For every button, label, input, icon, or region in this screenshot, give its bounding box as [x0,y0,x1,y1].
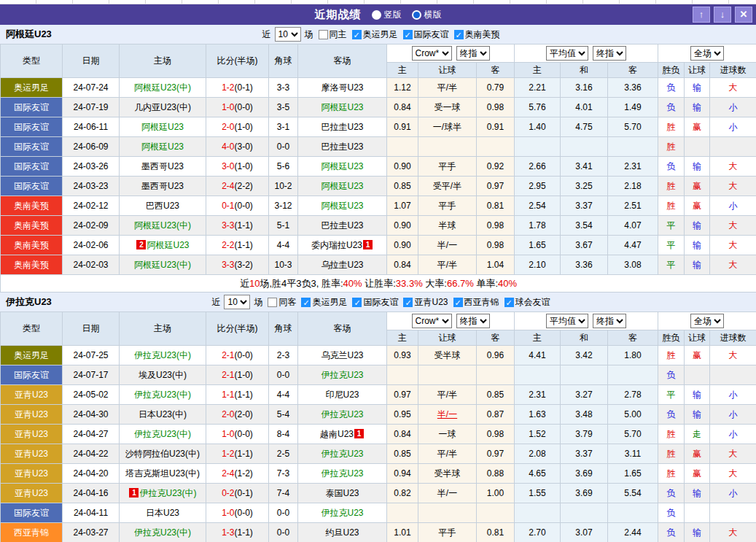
team-link[interactable]: 阿根廷U23 [321,181,363,191]
team-link[interactable]: 越南U23 [320,429,354,439]
avg-select[interactable]: 平均值 [546,314,588,328]
fulltime-score-link[interactable]: 3-3 [222,260,234,270]
odds-handicap: 平手 [418,157,477,177]
scope-select[interactable]: 全场 [690,46,724,61]
same-venue-checkbox[interactable]: 同客 [268,296,296,309]
avg-select[interactable]: 平均值 [546,46,588,61]
odds-time-select[interactable]: 终指 [456,46,490,61]
league-filter-checkbox[interactable]: ✓西亚青锦 [453,296,499,309]
team-link[interactable]: 摩洛哥U23 [321,82,363,93]
fulltime-score-link[interactable]: 1-2 [222,82,234,93]
team-link[interactable]: 阿根廷U23 [141,122,184,132]
fulltime-score-link[interactable]: 1-0 [222,429,234,439]
result-winlose: 负 [658,523,685,542]
team-link[interactable]: 伊拉克U23 [321,409,363,419]
team-link[interactable]: 伊拉克U23(中) [134,429,191,439]
layout-vertical-radio[interactable]: 竖版 [372,9,402,21]
fulltime-score-link[interactable]: 0-1 [222,201,234,211]
team-link[interactable]: 巴拉圭U23 [321,122,363,132]
fulltime-score-link[interactable]: 1-0 [222,508,234,518]
team-link[interactable]: 阿根廷U23 [321,201,363,211]
fulltime-score-link[interactable]: 1-1 [222,390,234,400]
fulltime-score-link[interactable]: 3-0 [222,161,234,171]
bookmaker-select[interactable]: Crow* [412,314,452,328]
team-link[interactable]: 约旦U23 [325,527,359,538]
move-down-button[interactable]: ↓ [714,7,731,23]
team-link[interactable]: 巴西U23 [146,201,179,211]
team-link[interactable]: 墨西哥U23 [141,161,184,171]
fulltime-score-link[interactable]: 2-2 [222,240,234,250]
fulltime-score-link[interactable]: 2-0 [222,122,234,132]
team-link[interactable]: 阿根廷U23 [321,102,363,112]
same-venue-checkbox[interactable]: 同主 [319,28,347,41]
team-link[interactable]: 委内瑞拉U23 [311,240,362,250]
league-filter-checkbox[interactable]: ✓球会友谊 [504,296,550,309]
team-link[interactable]: 阿根廷U23 [141,142,184,152]
league-filter-checkbox[interactable]: ✓奥南美预 [454,28,500,41]
layout-horizontal-radio[interactable]: 横版 [412,9,442,21]
scope-select[interactable]: 全场 [690,314,724,328]
odds-away: 0.92 [477,157,515,177]
team-link[interactable]: 埃及U23(中) [139,370,187,380]
team-link[interactable]: 伊拉克U23(中) [134,350,191,360]
fulltime-score-link[interactable]: 1-0 [222,102,234,112]
team-link[interactable]: 阿根廷U23(中) [134,260,191,270]
league-filter-checkbox[interactable]: ✓奥运男足 [301,296,347,309]
fulltime-score-link[interactable]: 2-1 [222,350,234,360]
match-type-badge: 奥运男足 [1,78,62,97]
team-link[interactable]: 阿根廷U23 [321,161,363,171]
team-link[interactable]: 阿根廷U23(中) [134,82,191,93]
team-link[interactable]: 伊拉克U23 [321,508,363,518]
recent-count-select[interactable]: 10 [275,27,301,42]
team-link[interactable]: 塔吉克斯坦U23(中) [125,468,200,479]
team-link[interactable]: 巴拉圭U23 [321,220,363,231]
fulltime-score-link[interactable]: 4-0 [222,142,234,152]
team-link[interactable]: 几内亚U23(中) [134,102,191,112]
team-link[interactable]: 伊拉克U23(中) [139,488,196,498]
recent-count-select[interactable]: 10 [224,295,250,309]
team-link[interactable]: 乌克兰U23 [321,350,363,360]
avg-away-odds: 2.18 [608,177,658,196]
league-filter-checkbox[interactable]: ✓国际友谊 [403,28,449,41]
fulltime-score-link[interactable]: 3-3 [222,220,234,231]
league-filter-checkbox[interactable]: ✓亚青U23 [403,296,448,309]
league-filter-checkbox[interactable]: ✓奥运男足 [352,28,398,41]
team-link[interactable]: 巴拉圭U23 [321,142,363,152]
avg-home-odds: 2.70 [515,523,561,542]
team-link[interactable]: 泰国U23 [325,488,359,498]
fulltime-score-link[interactable]: 2-0 [222,409,234,419]
fulltime-score-link[interactable]: 0-2 [222,488,234,498]
odds-time-select[interactable]: 终指 [456,314,490,328]
fulltime-score-link[interactable]: 2-1 [222,370,234,380]
checkbox-checked-icon: ✓ [301,298,311,307]
team-link[interactable]: 伊拉克U23(中) [134,390,191,400]
close-button[interactable]: ✕ [735,7,752,23]
team-link[interactable]: 印尼U23 [325,390,359,400]
odds-away: 0.98 [477,425,515,444]
halftime-score: (1-1) [235,390,253,400]
avg-time-select[interactable]: 终指 [593,46,626,61]
team-link[interactable]: 阿根廷U23 [147,240,189,250]
team-link[interactable]: 沙特阿拉伯U23(中) [125,449,200,459]
team-link[interactable]: 墨西哥U23 [141,181,184,191]
league-filter-checkbox[interactable]: ✓国际友谊 [352,296,398,309]
bookmaker-select[interactable]: Crow* [412,46,452,61]
move-up-button[interactable]: ↑ [693,7,710,23]
team-link[interactable]: 乌拉圭U23 [321,260,363,270]
match-date: 24-02-09 [63,216,120,236]
fulltime-score-link[interactable]: 1-2 [222,449,234,459]
avg-time-select[interactable]: 终指 [593,314,626,328]
fulltime-score-link[interactable]: 2-4 [222,468,234,479]
team-link[interactable]: 伊拉克U23 [321,370,363,380]
team-link[interactable]: 日本U23 [146,508,179,518]
team-link[interactable]: 阿根廷U23(中) [134,220,191,231]
fulltime-score-link[interactable]: 1-3 [222,527,234,538]
match-type-badge: 奥南美预 [1,255,62,274]
team-link[interactable]: 伊拉克U23 [321,449,363,459]
team-link[interactable]: 伊拉克U23 [321,468,363,479]
team-link[interactable]: 伊拉克U23(中) [134,527,191,538]
fulltime-score-link[interactable]: 2-4 [222,181,234,191]
corners-cell: 4-4 [269,236,298,255]
away-team-cell: 泰国U23 [298,484,387,503]
team-link[interactable]: 日本U23(中) [139,409,187,419]
